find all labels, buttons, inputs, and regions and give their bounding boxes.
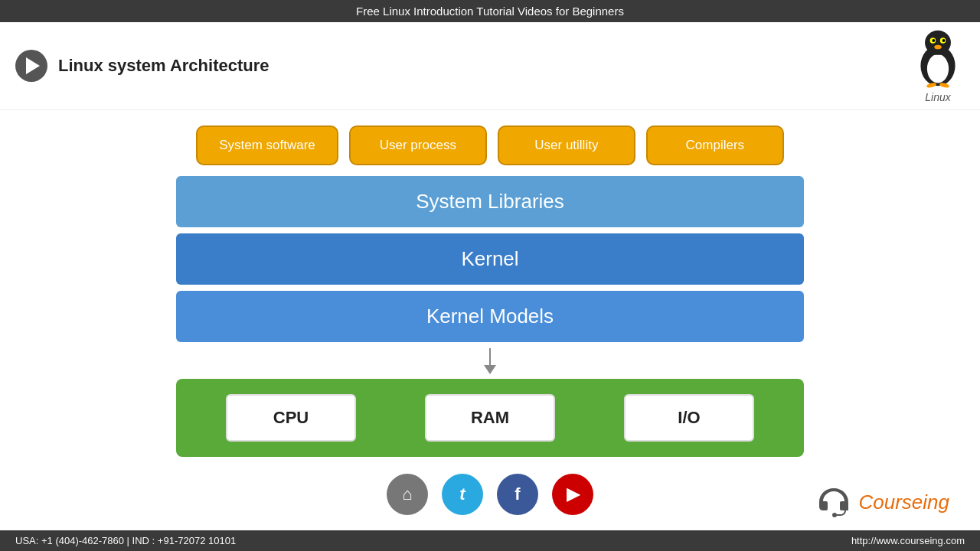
linux-penguin-icon (911, 28, 965, 90)
youtube-social-button[interactable]: ▶ (552, 474, 593, 515)
svg-point-7 (934, 45, 941, 50)
layer-kernel-models: Kernel Models (176, 291, 804, 342)
cpu-box: CPU (226, 394, 356, 442)
header-left: Linux system Architecture (15, 50, 270, 82)
top-banner: Free Linux Introduction Tutorial Videos … (0, 0, 980, 22)
twitter-social-button[interactable]: t (442, 474, 483, 515)
svg-point-1 (927, 54, 949, 83)
courseing-text: Courseing (858, 491, 949, 514)
io-box: I/O (624, 394, 754, 442)
layer-system-libraries: System Libraries (176, 176, 804, 227)
box-system-software: System software (196, 126, 338, 165)
ram-box: RAM (425, 394, 555, 442)
banner-text: Free Linux Introduction Tutorial Videos … (356, 5, 624, 18)
top-boxes: System software User process User utilli… (107, 126, 873, 165)
linux-label: Linux (925, 91, 950, 103)
headset-icon (815, 484, 852, 520)
play-button[interactable] (15, 50, 47, 82)
bottom-bar: USA: +1 (404)-462-7860 | IND : +91-72072… (0, 530, 980, 551)
down-arrow-icon (484, 348, 496, 374)
header: Linux system Architecture Linux (0, 22, 980, 110)
svg-point-6 (942, 39, 946, 42)
page-title: Linux system Architecture (58, 56, 270, 76)
facebook-social-button[interactable]: f (497, 474, 538, 515)
layer-kernel: Kernel (176, 233, 804, 285)
box-user-process: User process (349, 126, 487, 165)
box-user-utility: User utillity (498, 126, 635, 165)
social-area: ⌂ t f ▶ (107, 474, 873, 515)
main-content: System software User process User utilli… (0, 110, 980, 530)
box-compilers: Compilers (646, 126, 784, 165)
home-social-button[interactable]: ⌂ (387, 474, 428, 515)
arrow-container (107, 348, 873, 374)
footer-left: USA: +1 (404)-462-7860 | IND : +91-72072… (15, 535, 236, 546)
footer-right: http://www.courseing.com (851, 535, 965, 546)
courseing-branding: Courseing (815, 484, 949, 520)
hardware-box: CPU RAM I/O (176, 379, 804, 457)
svg-point-2 (925, 31, 951, 55)
linux-logo: Linux (911, 28, 965, 103)
svg-point-5 (932, 39, 935, 42)
